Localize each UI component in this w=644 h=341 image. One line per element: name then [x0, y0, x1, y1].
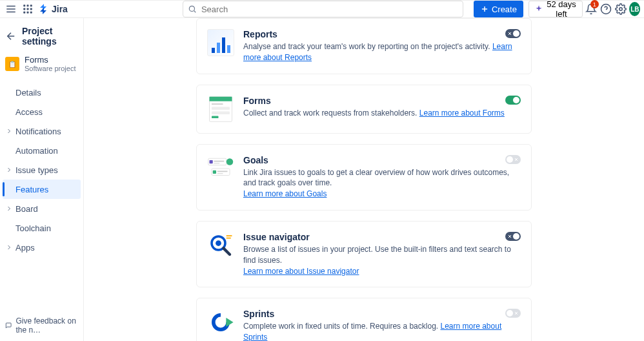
chevron-right-icon — [5, 127, 13, 135]
feature-title: Issue navigator — [243, 232, 521, 242]
svg-rect-20 — [212, 48, 215, 53]
svg-point-18 — [619, 8, 623, 11]
sidebar-item-notifications[interactable]: Notifications — [3, 121, 81, 141]
sidebar-toggle-icon[interactable] — [5, 1, 17, 17]
back-arrow-icon[interactable] — [5, 30, 17, 43]
chevron-right-icon — [5, 243, 13, 251]
feature-learn-more-link[interactable]: Learn more about Forms — [419, 108, 505, 118]
sidebar-item-apps[interactable]: Apps — [3, 238, 81, 257]
sparkle-icon — [534, 5, 543, 14]
feature-title: Forms — [243, 96, 521, 106]
svg-rect-3 — [23, 5, 25, 6]
svg-line-45 — [223, 248, 230, 254]
svg-rect-28 — [212, 103, 223, 105]
nav-label: Notifications — [15, 127, 61, 136]
svg-rect-10 — [27, 12, 29, 14]
sidebar-item-issue-types[interactable]: Issue types — [3, 160, 81, 180]
svg-rect-31 — [212, 116, 219, 118]
svg-rect-47 — [226, 238, 231, 239]
feature-thumb — [207, 232, 234, 259]
feature-toggle[interactable] — [505, 96, 521, 105]
feature-toggle[interactable] — [505, 232, 521, 241]
svg-rect-22 — [222, 37, 225, 53]
nav-label: Automation — [15, 146, 58, 156]
feature-learn-more-link[interactable]: Learn more about Reports — [243, 42, 512, 62]
feature-desc: Browse a list of issues in your project.… — [243, 244, 521, 276]
nav-label: Toolchain — [15, 223, 51, 233]
create-button[interactable]: Create — [474, 1, 523, 17]
feature-card-reports: ReportsAnalyse and track your team's wor… — [196, 18, 532, 74]
content-area[interactable]: ReportsAnalyse and track your team's wor… — [84, 18, 644, 341]
feature-title: Sprints — [243, 309, 521, 319]
sidebar-item-toolchain[interactable]: Toolchain — [3, 218, 81, 238]
app-switcher-icon[interactable] — [22, 1, 34, 17]
svg-rect-21 — [217, 43, 220, 53]
feature-toggle[interactable] — [505, 29, 521, 38]
svg-rect-35 — [214, 163, 220, 163]
search-icon — [188, 5, 197, 14]
feature-thumb — [207, 29, 234, 56]
chevron-right-icon — [5, 166, 13, 174]
search-input[interactable] — [183, 1, 463, 17]
nav-label: Issue types — [15, 165, 58, 175]
svg-rect-37 — [213, 170, 216, 173]
svg-rect-27 — [210, 96, 232, 101]
jira-logo[interactable]: Jira — [39, 4, 68, 14]
feature-card-goals: GoalsLink Jira issues to goals to get a … — [196, 144, 532, 211]
feature-title: Goals — [243, 155, 521, 165]
create-label: Create — [492, 5, 517, 14]
svg-rect-39 — [217, 173, 223, 174]
feature-thumb — [207, 155, 234, 182]
project-icon: 📋 — [5, 57, 19, 71]
nav-label: Details — [15, 88, 41, 98]
settings-icon[interactable] — [614, 1, 627, 17]
project-name: Forms — [25, 56, 75, 65]
notification-badge: 1 — [590, 0, 599, 8]
svg-point-44 — [216, 240, 221, 246]
notifications-icon[interactable]: 1 — [585, 1, 598, 17]
sidebar-title: Project settings — [22, 26, 78, 46]
sidebar-item-access[interactable]: Access — [3, 102, 81, 121]
svg-rect-23 — [227, 45, 230, 53]
svg-rect-7 — [27, 8, 29, 10]
search-wrap — [183, 1, 463, 17]
svg-rect-46 — [226, 235, 232, 236]
svg-rect-4 — [27, 5, 29, 6]
svg-rect-5 — [30, 5, 32, 6]
nav-label: Apps — [15, 243, 35, 253]
feature-desc: Collect and track work requests from sta… — [243, 108, 521, 119]
svg-rect-38 — [217, 170, 228, 172]
feature-learn-more-link[interactable]: Learn more about Issue navigator — [243, 267, 359, 276]
feature-thumb — [207, 96, 234, 123]
feature-desc: Complete work in fixed units of time. Re… — [243, 321, 521, 341]
project-type: Software project — [25, 65, 75, 72]
trial-button[interactable]: 52 days left — [528, 1, 583, 17]
topbar-right: 52 days left 1 LB — [528, 1, 640, 17]
project-row[interactable]: 📋 Forms Software project — [3, 52, 81, 76]
sidebar-item-features[interactable]: Features — [3, 180, 81, 199]
sidebar-item-board[interactable]: Board — [3, 199, 81, 218]
svg-point-40 — [226, 158, 234, 165]
topbar: Jira Create 52 days left 1 LB — [0, 0, 644, 18]
feature-learn-more-link[interactable]: Learn more about Goals — [243, 189, 327, 198]
svg-rect-34 — [214, 160, 225, 161]
nav-label: Features — [15, 185, 48, 194]
feature-toggle — [505, 155, 521, 164]
svg-point-12 — [189, 6, 194, 11]
sidebar-item-details[interactable]: Details — [3, 83, 81, 102]
feedback-link[interactable]: Give feedback on the n… — [3, 314, 83, 337]
feature-desc: Link Jira issues to goals to get a clear… — [243, 167, 521, 200]
svg-rect-11 — [30, 12, 32, 14]
trial-label: 52 days left — [546, 0, 577, 19]
help-icon[interactable] — [600, 1, 612, 17]
svg-rect-6 — [23, 8, 25, 10]
feature-card-sprints: SprintsComplete work in fixed units of t… — [196, 298, 532, 341]
svg-line-13 — [194, 11, 196, 13]
svg-rect-8 — [30, 8, 32, 10]
avatar[interactable]: LB — [629, 2, 640, 16]
logo-text: Jira — [52, 4, 68, 14]
feature-learn-more-link[interactable]: Learn more about Sprints — [243, 322, 501, 341]
nav-label: Board — [15, 204, 38, 214]
sidebar: Project settings 📋 Forms Software projec… — [0, 18, 84, 341]
sidebar-item-automation[interactable]: Automation — [3, 141, 81, 160]
